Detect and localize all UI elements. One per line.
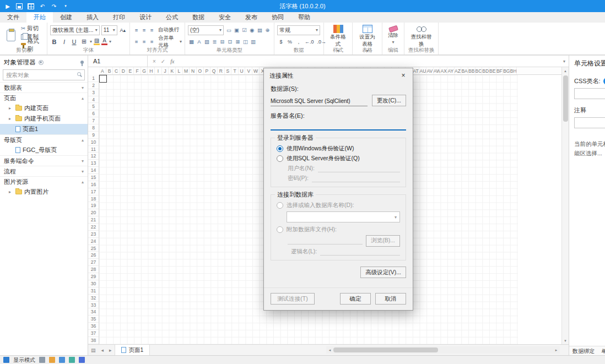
column-header[interactable]: E: [127, 67, 134, 74]
row-header[interactable]: 30: [88, 280, 99, 287]
date-celltype-icon[interactable]: ▧: [203, 37, 210, 46]
ribbon-tab[interactable]: 设计: [132, 12, 159, 23]
tree-item-page1[interactable]: 页面1: [0, 124, 88, 134]
button-celltype-icon[interactable]: ▣: [233, 26, 240, 34]
row-header[interactable]: 13: [88, 160, 99, 167]
progress-celltype-icon[interactable]: ⊟: [219, 37, 226, 46]
data-source-field[interactable]: Microsoft SQL Server (SqlClient): [271, 97, 368, 106]
row-header[interactable]: 12: [88, 153, 99, 160]
comment-input[interactable]: [574, 117, 605, 128]
row-header[interactable]: 26: [88, 252, 99, 259]
column-header[interactable]: A: [99, 67, 106, 74]
label-celltype-icon[interactable]: A: [196, 37, 203, 46]
formula-input[interactable]: [179, 56, 560, 67]
column-header[interactable]: BE: [489, 67, 496, 74]
tab-celltype-icon[interactable]: ⊞: [234, 37, 241, 46]
ribbon-tab[interactable]: 开始: [26, 12, 53, 23]
ribbon-tab[interactable]: 数据: [185, 12, 212, 23]
run-icon[interactable]: ▶: [4, 3, 11, 9]
row-header[interactable]: 16: [88, 181, 99, 188]
expand-icon[interactable]: ▸: [9, 189, 13, 194]
advanced-settings-button[interactable]: 高级设定(V)...: [360, 267, 406, 278]
attachment-celltype-icon[interactable]: ⊡: [226, 37, 234, 46]
radio-celltype-icon[interactable]: ◉: [249, 26, 256, 34]
column-header[interactable]: H: [148, 67, 155, 74]
tree-item-fgc-master-page[interactable]: FGC_母版页: [0, 145, 88, 155]
grow-font-button[interactable]: A▴: [119, 26, 127, 35]
list-celltype-icon[interactable]: ≣: [211, 37, 218, 46]
row-header[interactable]: 7: [88, 117, 99, 124]
next-sheet-icon[interactable]: ▸: [106, 347, 115, 353]
chevron-down-icon[interactable]: ▾: [82, 159, 84, 164]
horizontal-scroll-thumb[interactable]: [333, 347, 438, 352]
css-class-input[interactable]: [574, 88, 605, 99]
cancel-button[interactable]: 取消: [375, 293, 406, 305]
column-header[interactable]: AX: [440, 67, 447, 74]
ribbon-tab[interactable]: 打印: [106, 12, 132, 23]
ribbon-tab[interactable]: 创建: [53, 12, 79, 23]
percent-format-icon[interactable]: %: [286, 37, 294, 46]
ribbon-tab[interactable]: 发布: [238, 12, 264, 23]
row-header[interactable]: 15: [88, 174, 99, 181]
panel-tab[interactable]: 数据绑定: [569, 346, 598, 355]
borders-button[interactable]: ⊞: [80, 37, 88, 46]
ribbon-tab[interactable]: 插入: [79, 12, 106, 23]
ribbon-tab[interactable]: 帮助: [291, 12, 317, 23]
scroll-down-icon[interactable]: ▾: [564, 337, 566, 344]
column-header[interactable]: BA: [461, 67, 468, 74]
column-header[interactable]: AZ: [455, 67, 462, 74]
row-header[interactable]: 10: [88, 139, 99, 146]
column-header[interactable]: I: [155, 67, 162, 74]
row-header[interactable]: 20: [88, 209, 99, 216]
sheet-tab-page1[interactable]: 页面1: [115, 345, 150, 355]
row-header[interactable]: 29: [88, 273, 99, 280]
redo-icon[interactable]: ↷: [51, 3, 57, 9]
tree-section-processes[interactable]: 流程 ▾: [0, 166, 88, 176]
column-header[interactable]: M: [183, 67, 190, 74]
horizontal-scrollbar[interactable]: ◂ ▸: [326, 346, 560, 354]
save-icon[interactable]: [16, 3, 23, 9]
attach-file-input[interactable]: [288, 237, 363, 245]
selected-cell-a1[interactable]: [99, 75, 107, 83]
fill-color-button[interactable]: ▨: [94, 38, 100, 45]
column-header[interactable]: AW: [434, 67, 441, 74]
merge-cells-button[interactable]: 合并单元格: [157, 37, 178, 46]
chevron-down-icon[interactable]: ▾: [82, 169, 84, 174]
image-celltype-icon[interactable]: ▦: [188, 37, 195, 46]
paste-button[interactable]: [4, 24, 18, 46]
formula-bar-expand-icon[interactable]: ▾: [560, 56, 569, 67]
column-header[interactable]: N: [190, 67, 197, 74]
column-header[interactable]: P: [204, 67, 211, 74]
scroll-left-icon[interactable]: ◂: [326, 348, 333, 352]
column-header[interactable]: BC: [476, 67, 483, 74]
radio-icon[interactable]: [277, 155, 283, 162]
cell-type-select[interactable]: (空) ▾: [188, 25, 224, 35]
grid-view-icon[interactable]: [39, 357, 45, 363]
align-center-icon[interactable]: ≡: [141, 37, 148, 46]
align-right-icon[interactable]: ≡: [148, 37, 155, 46]
comma-format-icon[interactable]: ,: [295, 37, 302, 46]
column-header[interactable]: AY: [447, 67, 455, 74]
ribbon-tab[interactable]: 安全: [212, 12, 238, 23]
radio-icon[interactable]: [277, 202, 283, 209]
column-header[interactable]: Q: [210, 67, 218, 74]
username-input[interactable]: [318, 165, 400, 172]
column-header[interactable]: V: [245, 67, 252, 74]
change-datasource-button[interactable]: 更改(C)...: [372, 95, 406, 106]
currency-format-icon[interactable]: $: [277, 37, 285, 46]
preview-icon[interactable]: [28, 3, 34, 9]
bold-button[interactable]: B: [50, 37, 58, 46]
database-name-combobox[interactable]: ▾: [287, 211, 400, 222]
column-header[interactable]: T: [231, 67, 239, 74]
scroll-up-icon[interactable]: ▴: [564, 67, 566, 74]
sql-auth-option[interactable]: 使用SQL Server身份验证(Q): [277, 154, 400, 164]
column-header[interactable]: J: [162, 67, 169, 74]
column-header[interactable]: BH: [510, 67, 517, 74]
vertical-scroll-thumb[interactable]: [563, 75, 568, 122]
align-bottom-icon[interactable]: ≡: [148, 26, 155, 34]
row-header[interactable]: 33: [88, 302, 99, 309]
column-header[interactable]: BD: [482, 67, 489, 74]
row-header[interactable]: 32: [88, 295, 99, 302]
display-mode-icon[interactable]: [3, 357, 9, 363]
close-icon[interactable]: ×: [394, 68, 413, 83]
